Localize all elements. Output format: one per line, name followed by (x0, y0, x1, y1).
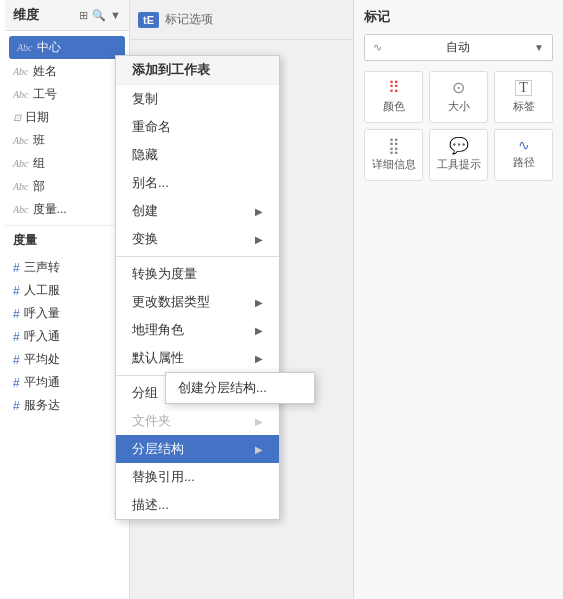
tooltip-icon: 💬 (449, 138, 469, 154)
menu-label: 更改数据类型 (132, 293, 210, 311)
detail-card[interactable]: ⣿ 详细信息 (364, 129, 423, 181)
search-icon[interactable]: 🔍 (92, 9, 106, 22)
menu-item-geographic-role[interactable]: 地理角色 ▶ (116, 316, 279, 344)
hash-icon: # (13, 284, 20, 298)
menu-item-replace-references[interactable]: 替换引用... (116, 463, 279, 491)
dimension-label: 班 (33, 132, 45, 149)
menu-label: 文件夹 (132, 412, 171, 430)
detail-label: 详细信息 (372, 157, 416, 172)
dimension-label: 姓名 (33, 63, 57, 80)
dimension-item-ban[interactable]: Abc 班 (5, 129, 129, 152)
submenu-label: 创建分层结构... (178, 380, 267, 395)
auto-icon: ∿ (373, 41, 382, 54)
path-icon: ∿ (518, 138, 530, 152)
measure-item-7[interactable]: # 服务达 (5, 394, 129, 417)
type-badge: Abc (13, 158, 29, 169)
type-badge: ⊡ (13, 112, 21, 123)
dimension-item-gonghao[interactable]: Abc 工号 (5, 83, 129, 106)
submenu-item-create-hierarchy[interactable]: 创建分层结构... (166, 373, 314, 403)
menu-label: 复制 (132, 90, 158, 108)
dimension-item-zhongxin[interactable]: Abc 中心 (9, 36, 125, 59)
menu-label: 替换引用... (132, 468, 195, 486)
arrow-icon: ▶ (255, 444, 263, 455)
menu-item-hierarchy[interactable]: 分层结构 ▶ (116, 435, 279, 463)
label-label: 标签 (513, 99, 535, 114)
dimension-item-duliang[interactable]: Abc 度量... (5, 198, 129, 221)
menu-label: 创建 (132, 202, 158, 220)
detail-icon: ⣿ (388, 138, 400, 154)
right-panel: 标记 ∿ 自动 ▼ ⠿ 颜色 ⊙ 大小 T 标签 ⣿ (353, 0, 563, 599)
measures-list: # 三声转 # 人工服 # 呼入量 # 呼入通 # 平均处 # 平均通 # 服务… (5, 252, 129, 421)
type-badge: Abc (13, 89, 29, 100)
color-card[interactable]: ⠿ 颜色 (364, 71, 423, 123)
panel-header: 维度 ⊞ 🔍 ▼ (5, 0, 129, 31)
menu-item-change-data-type[interactable]: 更改数据类型 ▶ (116, 288, 279, 316)
measure-item-3[interactable]: # 呼入量 (5, 302, 129, 325)
menu-item-add-to-worksheet[interactable]: 添加到工作表 (116, 56, 279, 85)
label-icon: T (515, 80, 532, 96)
measure-item-1[interactable]: # 三声转 (5, 256, 129, 279)
measure-label: 呼入通 (24, 328, 60, 345)
hash-icon: # (13, 399, 20, 413)
measure-label: 三声转 (24, 259, 60, 276)
dimension-label: 度量... (33, 201, 67, 218)
type-badge: Abc (13, 181, 29, 192)
grid-icon[interactable]: ⊞ (79, 9, 88, 22)
menu-item-folder[interactable]: 文件夹 ▶ (116, 407, 279, 435)
marks-type-dropdown[interactable]: ∿ 自动 ▼ (364, 34, 553, 61)
measure-item-2[interactable]: # 人工服 (5, 279, 129, 302)
menu-item-transform[interactable]: 变换 ▶ (116, 225, 279, 253)
dimensions-list: Abc 中心 Abc 姓名 Abc 工号 ⊡ 日期 Abc 班 Abc 组 Ab… (5, 31, 129, 225)
filter-icon[interactable]: ▼ (110, 9, 121, 22)
menu-item-describe[interactable]: 描述... (116, 491, 279, 519)
menu-item-hide[interactable]: 隐藏 (116, 141, 279, 169)
size-card[interactable]: ⊙ 大小 (429, 71, 488, 123)
dimension-item-riqi[interactable]: ⊡ 日期 (5, 106, 129, 129)
type-badge: Abc (13, 66, 29, 77)
size-label: 大小 (448, 99, 470, 114)
panel-icons: ⊞ 🔍 ▼ (79, 9, 121, 22)
tooltip-label: 工具提示 (437, 157, 481, 172)
type-badge: Abc (17, 42, 33, 53)
measure-item-6[interactable]: # 平均通 (5, 371, 129, 394)
menu-item-rename[interactable]: 重命名 (116, 113, 279, 141)
left-panel: 维度 ⊞ 🔍 ▼ Abc 中心 Abc 姓名 Abc 工号 ⊡ 日期 Abc 班… (0, 0, 130, 599)
measures-section-label: 度量 (5, 225, 129, 252)
menu-item-default-properties[interactable]: 默认属性 ▶ (116, 344, 279, 372)
measure-item-4[interactable]: # 呼入通 (5, 325, 129, 348)
dimension-label: 部 (33, 178, 45, 195)
hash-icon: # (13, 353, 20, 367)
menu-label: 别名... (132, 174, 169, 192)
hash-icon: # (13, 307, 20, 321)
context-menu: 添加到工作表 复制 重命名 隐藏 别名... 创建 ▶ 变换 ▶ 转换为度量 更… (115, 55, 280, 520)
dropdown-label: 自动 (446, 39, 470, 56)
dimension-item-bu[interactable]: Abc 部 (5, 175, 129, 198)
measure-label: 呼入量 (24, 305, 60, 322)
menu-label: 重命名 (132, 118, 171, 136)
dimension-label: 中心 (37, 39, 61, 56)
menu-label: 隐藏 (132, 146, 158, 164)
dimension-item-zu[interactable]: Abc 组 (5, 152, 129, 175)
path-card[interactable]: ∿ 路径 (494, 129, 553, 181)
menu-item-create[interactable]: 创建 ▶ (116, 197, 279, 225)
tooltip-card[interactable]: 💬 工具提示 (429, 129, 488, 181)
arrow-icon: ▶ (255, 353, 263, 364)
arrow-icon: ▶ (255, 206, 263, 217)
chevron-down-icon: ▼ (534, 42, 544, 53)
menu-label: 分组 (132, 384, 158, 402)
dimension-label: 组 (33, 155, 45, 172)
menu-item-copy[interactable]: 复制 (116, 85, 279, 113)
label-card[interactable]: T 标签 (494, 71, 553, 123)
menu-item-alias[interactable]: 别名... (116, 169, 279, 197)
color-label: 颜色 (383, 99, 405, 114)
marks-title: 标记 (364, 8, 553, 26)
dimension-item-xingming[interactable]: Abc 姓名 (5, 60, 129, 83)
menu-item-convert-to-measure[interactable]: 转换为度量 (116, 260, 279, 288)
te-badge: tE (138, 12, 159, 28)
size-icon: ⊙ (452, 80, 465, 96)
path-label: 路径 (513, 155, 535, 170)
menu-label: 变换 (132, 230, 158, 248)
menu-label: 默认属性 (132, 349, 184, 367)
measure-item-5[interactable]: # 平均处 (5, 348, 129, 371)
measure-label: 人工服 (24, 282, 60, 299)
